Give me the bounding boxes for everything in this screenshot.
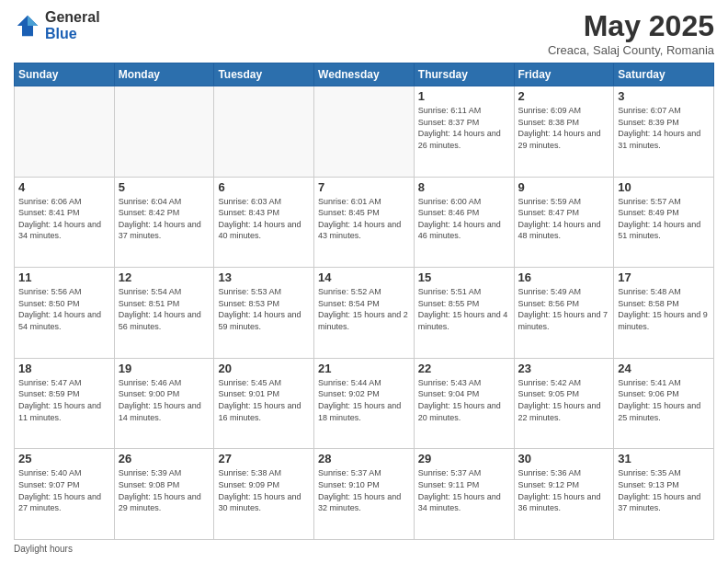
footer: Daylight hours <box>14 544 714 554</box>
day-info: Sunrise: 5:42 AM Sunset: 9:05 PM Dayligh… <box>518 377 610 423</box>
logo-blue: Blue <box>45 26 100 42</box>
day-number: 27 <box>218 452 310 465</box>
day-number: 28 <box>318 452 410 465</box>
day-number: 1 <box>418 89 510 103</box>
calendar-cell: 24Sunrise: 5:41 AM Sunset: 9:06 PM Dayli… <box>614 358 714 449</box>
day-info: Sunrise: 5:43 AM Sunset: 9:04 PM Dayligh… <box>418 377 510 423</box>
day-info: Sunrise: 5:49 AM Sunset: 8:56 PM Dayligh… <box>518 286 610 332</box>
calendar-cell <box>15 86 115 178</box>
header: General Blue May 2025 Creaca, Salaj Coun… <box>14 9 714 57</box>
calendar-day-header: Saturday <box>614 63 714 86</box>
day-info: Sunrise: 5:35 AM Sunset: 9:13 PM Dayligh… <box>618 467 710 513</box>
calendar-day-header: Tuesday <box>214 63 314 86</box>
calendar-cell <box>314 86 415 178</box>
day-number: 4 <box>18 180 110 194</box>
day-number: 25 <box>18 452 110 465</box>
day-info: Sunrise: 5:39 AM Sunset: 9:08 PM Dayligh… <box>119 467 210 513</box>
day-info: Sunrise: 6:04 AM Sunset: 8:42 PM Dayligh… <box>119 196 210 242</box>
calendar-cell: 20Sunrise: 5:45 AM Sunset: 9:01 PM Dayli… <box>214 358 314 449</box>
logo-general: General <box>45 9 100 26</box>
calendar-day-header: Wednesday <box>314 63 415 86</box>
day-number: 18 <box>18 362 110 375</box>
day-info: Sunrise: 6:09 AM Sunset: 8:38 PM Dayligh… <box>518 105 610 151</box>
calendar-cell: 12Sunrise: 5:54 AM Sunset: 8:51 PM Dayli… <box>114 268 214 359</box>
day-number: 22 <box>418 362 510 375</box>
calendar-cell: 18Sunrise: 5:47 AM Sunset: 8:59 PM Dayli… <box>15 358 115 449</box>
calendar-cell: 13Sunrise: 5:53 AM Sunset: 8:53 PM Dayli… <box>214 268 314 359</box>
calendar-cell <box>114 86 214 178</box>
day-info: Sunrise: 5:52 AM Sunset: 8:54 PM Dayligh… <box>318 286 410 332</box>
calendar-week-row: 25Sunrise: 5:40 AM Sunset: 9:07 PM Dayli… <box>15 449 714 540</box>
calendar-cell: 31Sunrise: 5:35 AM Sunset: 9:13 PM Dayli… <box>614 449 714 540</box>
day-number: 30 <box>518 452 610 465</box>
calendar-day-header: Thursday <box>414 63 514 86</box>
day-number: 12 <box>119 270 210 284</box>
day-number: 24 <box>618 362 710 375</box>
day-info: Sunrise: 6:06 AM Sunset: 8:41 PM Dayligh… <box>18 196 110 242</box>
footer-text: Daylight hours <box>14 544 73 554</box>
day-number: 7 <box>318 180 410 194</box>
calendar-day-header: Sunday <box>15 63 115 86</box>
day-info: Sunrise: 5:38 AM Sunset: 9:09 PM Dayligh… <box>218 467 310 513</box>
day-info: Sunrise: 5:56 AM Sunset: 8:50 PM Dayligh… <box>18 286 110 332</box>
logo: General Blue <box>14 9 100 41</box>
day-number: 21 <box>318 362 410 375</box>
calendar-cell: 2Sunrise: 6:09 AM Sunset: 8:38 PM Daylig… <box>514 86 614 178</box>
day-info: Sunrise: 6:00 AM Sunset: 8:46 PM Dayligh… <box>418 196 510 242</box>
day-info: Sunrise: 5:41 AM Sunset: 9:06 PM Dayligh… <box>618 377 710 423</box>
day-info: Sunrise: 6:11 AM Sunset: 8:37 PM Dayligh… <box>418 105 510 151</box>
day-number: 16 <box>518 270 610 284</box>
day-number: 15 <box>418 270 510 284</box>
calendar-cell: 6Sunrise: 6:03 AM Sunset: 8:43 PM Daylig… <box>214 177 314 268</box>
calendar-header-row: SundayMondayTuesdayWednesdayThursdayFrid… <box>15 63 714 86</box>
calendar-cell: 28Sunrise: 5:37 AM Sunset: 9:10 PM Dayli… <box>314 449 415 540</box>
calendar-cell: 16Sunrise: 5:49 AM Sunset: 8:56 PM Dayli… <box>514 268 614 359</box>
day-number: 6 <box>218 180 310 194</box>
calendar-week-row: 4Sunrise: 6:06 AM Sunset: 8:41 PM Daylig… <box>15 177 714 268</box>
day-number: 10 <box>618 180 710 194</box>
day-number: 9 <box>518 180 610 194</box>
day-number: 14 <box>318 270 410 284</box>
main-title: May 2025 <box>548 9 714 43</box>
day-info: Sunrise: 5:57 AM Sunset: 8:49 PM Dayligh… <box>618 196 710 242</box>
day-info: Sunrise: 5:59 AM Sunset: 8:47 PM Dayligh… <box>518 196 610 242</box>
calendar-cell: 17Sunrise: 5:48 AM Sunset: 8:58 PM Dayli… <box>614 268 714 359</box>
calendar-table: SundayMondayTuesdayWednesdayThursdayFrid… <box>14 63 714 540</box>
calendar-cell: 29Sunrise: 5:37 AM Sunset: 9:11 PM Dayli… <box>414 449 514 540</box>
day-number: 20 <box>218 362 310 375</box>
day-info: Sunrise: 5:47 AM Sunset: 8:59 PM Dayligh… <box>18 377 110 423</box>
calendar-cell: 21Sunrise: 5:44 AM Sunset: 9:02 PM Dayli… <box>314 358 415 449</box>
day-info: Sunrise: 5:53 AM Sunset: 8:53 PM Dayligh… <box>218 286 310 332</box>
day-info: Sunrise: 5:51 AM Sunset: 8:55 PM Dayligh… <box>418 286 510 332</box>
day-number: 17 <box>618 270 710 284</box>
calendar-cell: 27Sunrise: 5:38 AM Sunset: 9:09 PM Dayli… <box>214 449 314 540</box>
logo-text: General Blue <box>45 9 100 41</box>
calendar-cell: 30Sunrise: 5:36 AM Sunset: 9:12 PM Dayli… <box>514 449 614 540</box>
calendar-week-row: 18Sunrise: 5:47 AM Sunset: 8:59 PM Dayli… <box>15 358 714 449</box>
calendar-cell: 4Sunrise: 6:06 AM Sunset: 8:41 PM Daylig… <box>15 177 115 268</box>
subtitle: Creaca, Salaj County, Romania <box>548 43 714 57</box>
calendar-cell: 8Sunrise: 6:00 AM Sunset: 8:46 PM Daylig… <box>414 177 514 268</box>
day-info: Sunrise: 5:54 AM Sunset: 8:51 PM Dayligh… <box>119 286 210 332</box>
day-number: 8 <box>418 180 510 194</box>
day-info: Sunrise: 6:01 AM Sunset: 8:45 PM Dayligh… <box>318 196 410 242</box>
day-number: 19 <box>119 362 210 375</box>
calendar-cell: 15Sunrise: 5:51 AM Sunset: 8:55 PM Dayli… <box>414 268 514 359</box>
day-info: Sunrise: 5:36 AM Sunset: 9:12 PM Dayligh… <box>518 467 610 513</box>
day-info: Sunrise: 6:03 AM Sunset: 8:43 PM Dayligh… <box>218 196 310 242</box>
day-info: Sunrise: 5:37 AM Sunset: 9:11 PM Dayligh… <box>418 467 510 513</box>
day-number: 26 <box>119 452 210 465</box>
day-number: 2 <box>518 89 610 103</box>
calendar-cell: 23Sunrise: 5:42 AM Sunset: 9:05 PM Dayli… <box>514 358 614 449</box>
day-number: 23 <box>518 362 610 375</box>
svg-marker-1 <box>28 15 38 25</box>
day-number: 11 <box>18 270 110 284</box>
day-info: Sunrise: 5:40 AM Sunset: 9:07 PM Dayligh… <box>18 467 110 513</box>
day-info: Sunrise: 5:45 AM Sunset: 9:01 PM Dayligh… <box>218 377 310 423</box>
calendar-week-row: 11Sunrise: 5:56 AM Sunset: 8:50 PM Dayli… <box>15 268 714 359</box>
calendar-cell: 14Sunrise: 5:52 AM Sunset: 8:54 PM Dayli… <box>314 268 415 359</box>
calendar-cell: 10Sunrise: 5:57 AM Sunset: 8:49 PM Dayli… <box>614 177 714 268</box>
day-number: 5 <box>119 180 210 194</box>
day-info: Sunrise: 5:37 AM Sunset: 9:10 PM Dayligh… <box>318 467 410 513</box>
logo-icon <box>14 12 41 40</box>
